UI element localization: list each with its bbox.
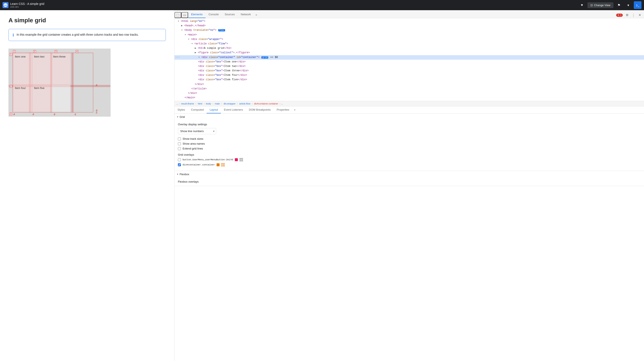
col-num-bot-4: -1 bbox=[74, 113, 76, 115]
dom-line-close-main[interactable]: </main> bbox=[174, 95, 644, 100]
info-icon: ℹ bbox=[12, 33, 14, 37]
info-text: In this example the grid container creat… bbox=[16, 32, 138, 37]
devtools-header-icons: ✕ 1 ⚙ ⋮ ✕ bbox=[616, 12, 644, 18]
devtools-tabs: ⬚ ▭ Elements Console Sources Network » ✕… bbox=[174, 10, 644, 18]
sub-tab-event-listeners[interactable]: Event Listeners bbox=[221, 106, 246, 113]
row-num-right-3: -1 bbox=[96, 111, 97, 114]
col-num-bot-1: -4 bbox=[13, 113, 15, 115]
terminal-button[interactable]: ❯_ bbox=[634, 1, 642, 9]
row-num-left-3: 3 bbox=[10, 112, 12, 115]
grid-demo-outer: Item one Item two Item three Item four I… bbox=[8, 49, 110, 117]
error-icon: ✕ bbox=[618, 14, 619, 16]
grid-item-2: Item two bbox=[32, 53, 51, 84]
grid-item-6 bbox=[51, 84, 70, 112]
show-area-names-checkbox[interactable] bbox=[178, 142, 181, 145]
col-num-top-3: 3 bbox=[54, 50, 57, 53]
dom-line-article[interactable]: ▾ <article class="flow"> bbox=[174, 42, 644, 46]
overlay-button-label: button.UserMenu_userMenuButton-2eiYO bbox=[182, 158, 233, 161]
dom-line-close-article[interactable]: </article> bbox=[174, 87, 644, 91]
flexbox-section-title: Flexbox bbox=[180, 173, 189, 176]
dom-line-close-div[interactable]: </div> bbox=[174, 82, 644, 87]
inspect-element-button[interactable]: ⬚ bbox=[174, 12, 181, 18]
overlay-div-grid-icon bbox=[221, 163, 225, 166]
overlay-button-color bbox=[235, 158, 238, 161]
sub-tab-properties[interactable]: Properties bbox=[274, 106, 292, 113]
flexbox-section-caret: ▾ bbox=[177, 173, 178, 176]
dom-line-div-wrapper[interactable]: ▾ <div class="wrapper"> bbox=[174, 37, 644, 42]
dom-line-head[interactable]: ▶ <head>…</head> bbox=[174, 23, 644, 28]
dom-line-close-div2[interactable]: </div> bbox=[174, 91, 644, 95]
dom-line-container[interactable]: ··· ▾ <div class="container" id="contain… bbox=[174, 55, 644, 60]
overlay-row-button: button.UserMenu_userMenuButton-2eiYO bbox=[178, 158, 640, 161]
dom-line-figure[interactable]: ▶ <figure class="callout">…</figure> bbox=[174, 50, 644, 55]
dom-line-h1[interactable]: ▶ <h1>A simple grid</h1> bbox=[174, 46, 644, 50]
show-track-sizes-checkbox[interactable] bbox=[178, 137, 181, 140]
grid-section: ▾ Grid Overlay display settings Show lin… bbox=[174, 114, 644, 171]
pin-button[interactable]: ⚑ bbox=[615, 1, 623, 9]
overlay-button-checkbox[interactable] bbox=[178, 158, 181, 161]
col-num-bot-3: -2 bbox=[53, 113, 55, 115]
dom-line-box2[interactable]: <div class="box">Item two</div> bbox=[174, 64, 644, 69]
show-track-sizes-row[interactable]: Show track sizes bbox=[178, 137, 640, 140]
breadcrumb-article-flow[interactable]: article.flow bbox=[238, 102, 251, 105]
device-mode-button[interactable]: ▭ bbox=[181, 12, 188, 18]
devtools-panel: ⬚ ▭ Elements Console Sources Network » ✕… bbox=[174, 10, 644, 361]
site-logo: wd bbox=[2, 2, 8, 8]
tab-sources[interactable]: Sources bbox=[222, 11, 238, 18]
page-content: A simple grid ℹ In this example the grid… bbox=[0, 10, 174, 361]
sub-tab-styles[interactable]: Styles bbox=[174, 106, 188, 113]
show-area-names-row[interactable]: Show area names bbox=[178, 142, 640, 145]
tab-network[interactable]: Network bbox=[238, 11, 254, 18]
sub-tab-dom-breakpoints[interactable]: DOM Breakpoints bbox=[246, 106, 274, 113]
breadcrumb-div-container[interactable]: div#container.container bbox=[253, 102, 279, 105]
settings-button[interactable]: ⚙ bbox=[624, 12, 630, 18]
more-options-button[interactable]: ⋮ bbox=[630, 12, 636, 18]
breadcrumb-bar: ... › result-iframe › html › body › main… bbox=[174, 101, 644, 106]
overlay-div-checkbox[interactable] bbox=[178, 163, 181, 166]
breadcrumb-body[interactable]: body bbox=[205, 102, 212, 105]
breadcrumb-result-iframe[interactable]: result-iframe bbox=[180, 102, 195, 105]
extend-grid-lines-checkbox[interactable] bbox=[178, 147, 181, 150]
col-num-top-2: 2 bbox=[33, 50, 36, 53]
change-view-button[interactable]: ⊡ Change View bbox=[588, 2, 614, 8]
dom-tree: ▾ <html lang="en"> ▶ <head>…</head> ▾ <b… bbox=[174, 18, 644, 101]
site-url: web.dev bbox=[10, 5, 44, 8]
breadcrumb-html[interactable]: html bbox=[197, 102, 203, 105]
flexbox-section: ▾ Flexbox Flexbox overlays bbox=[174, 171, 644, 186]
overlay-settings-label: Overlay display settings bbox=[178, 123, 640, 126]
bookmark-button[interactable]: ♥ bbox=[578, 1, 586, 9]
show-area-names-label: Show area names bbox=[182, 142, 205, 145]
show-track-sizes-label: Show track sizes bbox=[182, 137, 204, 140]
dom-line-html[interactable]: ▾ <html lang="en"> bbox=[174, 19, 644, 23]
close-devtools-button[interactable]: ✕ bbox=[637, 12, 643, 18]
dom-line-box4[interactable]: <div class="box">Item four</div> bbox=[174, 73, 644, 77]
dom-line-box3[interactable]: <div class="box">Item three</div> bbox=[174, 69, 644, 73]
line-numbers-select-wrapper: Show line numbers Show area names Hide l… bbox=[178, 128, 216, 134]
dom-line-box1[interactable]: <div class="box">Item one</div> bbox=[174, 60, 644, 64]
tab-console[interactable]: Console bbox=[206, 11, 222, 18]
breadcrumb-main[interactable]: main bbox=[214, 102, 221, 105]
extend-grid-lines-row[interactable]: Extend grid lines bbox=[178, 147, 640, 150]
sub-tab-more[interactable]: » bbox=[292, 106, 297, 113]
more-tabs-button[interactable]: » bbox=[254, 11, 259, 18]
overlay-div-color bbox=[216, 163, 220, 166]
breadcrumb-div-wrapper[interactable]: div.wrapper bbox=[223, 102, 236, 105]
row-num-right-2: -2 bbox=[96, 84, 97, 86]
dom-line-main[interactable]: ▾ <main> bbox=[174, 33, 644, 37]
breadcrumb-more[interactable]: ... bbox=[281, 102, 283, 105]
dom-line-box5[interactable]: <div class="box">Item five</div> bbox=[174, 77, 644, 82]
layout-panel: ▾ Grid Overlay display settings Show lin… bbox=[174, 114, 644, 361]
breadcrumb-ellipsis[interactable]: ... bbox=[176, 102, 178, 105]
grid-section-header[interactable]: ▾ Grid bbox=[174, 114, 644, 120]
error-badge[interactable]: ✕ 1 bbox=[616, 13, 623, 17]
flexbox-section-header[interactable]: ▾ Flexbox bbox=[174, 171, 644, 178]
sub-tab-layout[interactable]: Layout bbox=[206, 106, 221, 113]
dom-line-body[interactable]: ▾ <body translate="no"> flex bbox=[174, 28, 644, 32]
sub-tab-computed[interactable]: Computed bbox=[188, 106, 206, 113]
extend-grid-lines-label: Extend grid lines bbox=[182, 147, 203, 150]
tab-elements[interactable]: Elements bbox=[188, 11, 206, 18]
grid-overlays-title: Grid overlays bbox=[178, 153, 640, 156]
line-numbers-select[interactable]: Show line numbers Show area names Hide l… bbox=[178, 128, 216, 134]
grid-section-caret: ▾ bbox=[177, 115, 178, 118]
dropdown-button[interactable]: ▾ bbox=[624, 1, 632, 9]
